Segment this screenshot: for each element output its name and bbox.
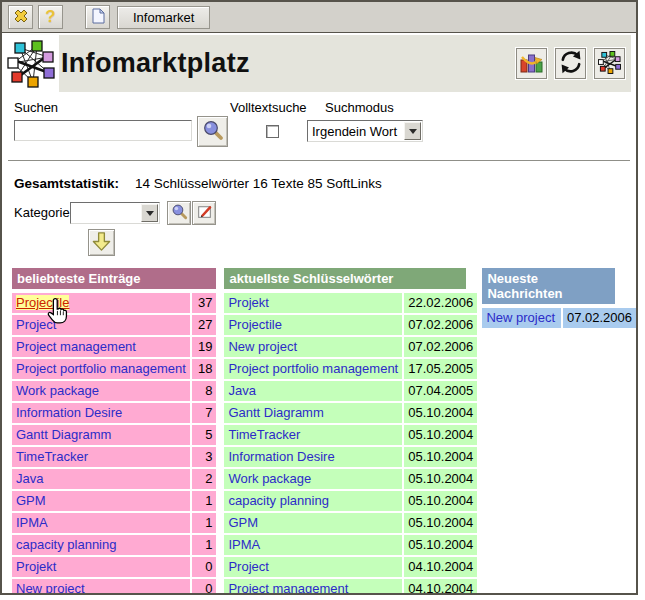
entry-count: 7 (192, 403, 217, 423)
entry-link[interactable]: Gantt Diagramm (228, 405, 323, 420)
table-row: Gantt Diagramm5 (12, 425, 216, 445)
entry-count: 2 (192, 469, 217, 489)
entry-link[interactable]: capacity planning (16, 537, 116, 552)
category-edit-button[interactable] (192, 201, 216, 225)
entry-link[interactable]: TimeTracker (228, 427, 300, 442)
entry-link[interactable]: Projectile (228, 317, 281, 332)
table-row: Java07.04.2005 (224, 381, 477, 401)
entry-link[interactable]: IPMA (16, 515, 48, 530)
table-row: Project management04.10.2004 (224, 579, 477, 595)
search-mode-value: Irgendein Wort (308, 124, 403, 139)
table-row: Work package05.10.2004 (224, 469, 477, 489)
category-search-button[interactable] (167, 201, 191, 225)
entry-link[interactable]: GPM (228, 515, 258, 530)
latest-keywords-table: Projekt22.02.2006Projectile07.02.2006New… (224, 291, 477, 595)
entry-link[interactable]: New project (228, 339, 297, 354)
magnifier-icon (171, 203, 188, 223)
search-mode-select[interactable]: Irgendein Wort (307, 120, 423, 142)
document-button[interactable] (85, 5, 110, 29)
table-row: IPMA1 (12, 513, 216, 533)
entry-link[interactable]: Work package (16, 383, 99, 398)
table-row: Project portfolio management17.05.2005 (224, 359, 477, 379)
entry-link[interactable]: Gantt Diagramm (16, 427, 111, 442)
search-mode-label: Suchmodus (325, 100, 394, 115)
latest-news-title: Neueste Nachrichten (482, 268, 615, 304)
latest-keywords-title: aktuellste Schlüsselwörter (224, 268, 466, 289)
entry-link[interactable]: Java (16, 471, 43, 486)
table-row: GPM05.10.2004 (224, 513, 477, 533)
close-icon (12, 7, 30, 28)
entry-date: 04.10.2004 (404, 557, 477, 577)
search-section: Suchen Volltextsuche Suchmodus Irgendein… (2, 92, 636, 160)
tables-area: beliebteste Einträge Projectile37Project… (2, 268, 636, 595)
popular-entries-table: Projectile37Project27Project management1… (12, 291, 216, 595)
entry-link[interactable]: Project (228, 559, 268, 574)
entry-date: 05.10.2004 (404, 403, 477, 423)
edit-icon (196, 203, 213, 223)
entry-link[interactable]: Projekt (228, 295, 268, 310)
fulltext-checkbox[interactable] (266, 125, 279, 138)
entry-link[interactable]: New project (486, 310, 555, 325)
tab-infomarket[interactable]: Infomarket (117, 6, 210, 29)
table-row: Projectile07.02.2006 (224, 315, 477, 335)
entry-date: 07.02.2006 (404, 337, 477, 357)
entry-link[interactable]: TimeTracker (16, 449, 88, 464)
search-input[interactable] (14, 120, 192, 141)
entry-link[interactable]: Work package (228, 471, 311, 486)
entry-date: 07.02.2006 (563, 308, 636, 328)
network-button[interactable] (594, 48, 625, 79)
popular-entries-block: beliebteste Einträge Projectile37Project… (12, 268, 216, 595)
table-row: IPMA05.10.2004 (224, 535, 477, 555)
entry-link[interactable]: Project (16, 317, 56, 332)
entry-date: 05.10.2004 (404, 447, 477, 467)
entry-date: 05.10.2004 (404, 491, 477, 511)
entry-link[interactable]: IPMA (228, 537, 260, 552)
help-button[interactable]: ? (38, 5, 63, 29)
entry-date: 07.02.2006 (404, 315, 477, 335)
entry-link[interactable]: Information Desire (16, 405, 122, 420)
entry-link[interactable]: Project management (228, 581, 348, 595)
entry-link[interactable]: Information Desire (228, 449, 334, 464)
latest-keywords-block: aktuellste Schlüsselwörter Projekt22.02.… (224, 268, 466, 595)
category-go-down-button[interactable] (88, 229, 115, 256)
entry-link[interactable]: GPM (16, 493, 46, 508)
entry-count: 1 (192, 535, 217, 555)
table-row: Information Desire05.10.2004 (224, 447, 477, 467)
entry-link[interactable]: Project portfolio management (228, 361, 398, 376)
magnifier-icon (202, 119, 224, 144)
table-row: TimeTracker3 (12, 447, 216, 467)
entry-count: 5 (192, 425, 217, 445)
table-row: New project0 (12, 579, 216, 595)
entry-link[interactable]: New project (16, 581, 85, 595)
stats-label: Gesamtstatistik: (14, 176, 119, 191)
arrow-down-icon (91, 231, 112, 255)
categories-select[interactable] (70, 202, 160, 224)
entry-link[interactable]: Projectile (16, 295, 69, 310)
entry-date: 05.10.2004 (404, 469, 477, 489)
entry-link[interactable]: Java (228, 383, 255, 398)
latest-news-table: New project07.02.2006 (482, 306, 636, 330)
statistics-button[interactable] (516, 48, 547, 79)
table-row: Java2 (12, 469, 216, 489)
chart-icon (520, 50, 544, 77)
network-logo-icon (7, 40, 55, 88)
entry-count: 37 (192, 293, 217, 313)
document-icon (90, 8, 106, 27)
entry-link[interactable]: capacity planning (228, 493, 328, 508)
table-row: Project management19 (12, 337, 216, 357)
table-row: Information Desire7 (12, 403, 216, 423)
entry-link[interactable]: Project management (16, 339, 136, 354)
section-divider (8, 160, 630, 161)
network-icon (598, 51, 621, 77)
table-row: New project07.02.2006 (482, 308, 636, 328)
entry-link[interactable]: Projekt (16, 559, 56, 574)
search-button[interactable] (197, 116, 228, 147)
refresh-button[interactable] (555, 48, 586, 79)
entry-count: 27 (192, 315, 217, 335)
entry-date: 17.05.2005 (404, 359, 477, 379)
close-button[interactable] (8, 5, 33, 29)
entry-date: 04.10.2004 (404, 579, 477, 595)
entry-link[interactable]: Project portfolio management (16, 361, 186, 376)
fulltext-label: Volltextsuche (230, 100, 307, 115)
latest-news-block: Neueste Nachrichten New project07.02.200… (482, 268, 636, 330)
